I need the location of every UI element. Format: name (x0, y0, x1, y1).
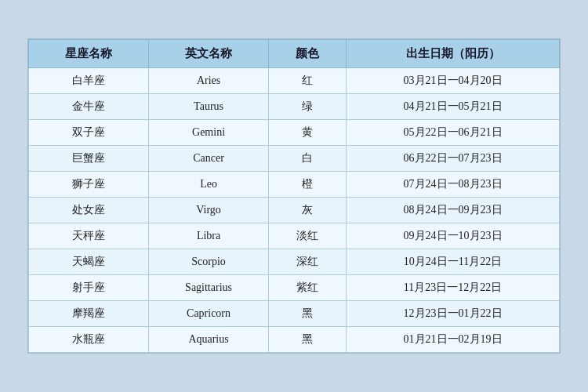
cell-dates: 04月21日一05月21日 (347, 94, 560, 120)
cell-english-name: Virgo (149, 198, 269, 223)
cell-english-name: Capricorn (149, 301, 269, 327)
header-color: 颜色 (269, 40, 347, 68)
cell-chinese-name: 巨蟹座 (29, 146, 149, 172)
cell-english-name: Taurus (149, 94, 269, 120)
cell-english-name: Sagittarius (149, 275, 269, 301)
cell-color: 橙 (269, 172, 347, 198)
header-dates: 出生日期（阳历） (347, 40, 560, 68)
table-body: 白羊座Aries红03月21日一04月20日金牛座Taurus绿04月21日一0… (29, 68, 560, 353)
cell-chinese-name: 狮子座 (29, 172, 149, 198)
cell-dates: 07月24日一08月23日 (347, 172, 560, 198)
cell-dates: 09月24日一10月23日 (347, 223, 560, 249)
table-row: 金牛座Taurus绿04月21日一05月21日 (29, 94, 560, 120)
cell-color: 黑 (269, 327, 347, 353)
table-row: 狮子座Leo橙07月24日一08月23日 (29, 172, 560, 198)
table-row: 巨蟹座Cancer白06月22日一07月23日 (29, 146, 560, 172)
cell-chinese-name: 白羊座 (29, 68, 149, 94)
cell-dates: 10月24日一11月22日 (347, 249, 560, 275)
cell-english-name: Cancer (149, 146, 269, 172)
cell-color: 淡红 (269, 223, 347, 249)
table-row: 摩羯座Capricorn黑12月23日一01月22日 (29, 301, 560, 327)
cell-chinese-name: 射手座 (29, 275, 149, 301)
cell-chinese-name: 金牛座 (29, 94, 149, 120)
cell-chinese-name: 双子座 (29, 120, 149, 146)
table-row: 射手座Sagittarius紫红11月23日一12月22日 (29, 275, 560, 301)
cell-dates: 08月24日一09月23日 (347, 198, 560, 223)
cell-color: 深红 (269, 249, 347, 275)
cell-chinese-name: 摩羯座 (29, 301, 149, 327)
cell-chinese-name: 天秤座 (29, 223, 149, 249)
cell-english-name: Scorpio (149, 249, 269, 275)
cell-color: 红 (269, 68, 347, 94)
zodiac-table: 星座名称 英文名称 颜色 出生日期（阳历） 白羊座Aries红03月21日一04… (28, 39, 560, 353)
cell-chinese-name: 水瓶座 (29, 327, 149, 353)
cell-color: 灰 (269, 198, 347, 223)
cell-color: 绿 (269, 94, 347, 120)
cell-color: 黑 (269, 301, 347, 327)
header-english-name: 英文名称 (149, 40, 269, 68)
table-row: 双子座Gemini黄05月22日一06月21日 (29, 120, 560, 146)
cell-color: 紫红 (269, 275, 347, 301)
cell-english-name: Aquarius (149, 327, 269, 353)
table-row: 天蝎座Scorpio深红10月24日一11月22日 (29, 249, 560, 275)
cell-chinese-name: 天蝎座 (29, 249, 149, 275)
table-row: 天秤座Libra淡红09月24日一10月23日 (29, 223, 560, 249)
cell-dates: 03月21日一04月20日 (347, 68, 560, 94)
table-row: 处女座Virgo灰08月24日一09月23日 (29, 198, 560, 223)
cell-color: 白 (269, 146, 347, 172)
cell-dates: 12月23日一01月22日 (347, 301, 560, 327)
cell-dates: 06月22日一07月23日 (347, 146, 560, 172)
cell-english-name: Libra (149, 223, 269, 249)
cell-color: 黄 (269, 120, 347, 146)
cell-dates: 05月22日一06月21日 (347, 120, 560, 146)
table-header-row: 星座名称 英文名称 颜色 出生日期（阳历） (29, 40, 560, 68)
cell-english-name: Gemini (149, 120, 269, 146)
cell-chinese-name: 处女座 (29, 198, 149, 223)
zodiac-table-container: 星座名称 英文名称 颜色 出生日期（阳历） 白羊座Aries红03月21日一04… (27, 38, 561, 354)
cell-english-name: Aries (149, 68, 269, 94)
header-chinese-name: 星座名称 (29, 40, 149, 68)
cell-dates: 01月21日一02月19日 (347, 327, 560, 353)
table-row: 白羊座Aries红03月21日一04月20日 (29, 68, 560, 94)
table-row: 水瓶座Aquarius黑01月21日一02月19日 (29, 327, 560, 353)
cell-dates: 11月23日一12月22日 (347, 275, 560, 301)
cell-english-name: Leo (149, 172, 269, 198)
